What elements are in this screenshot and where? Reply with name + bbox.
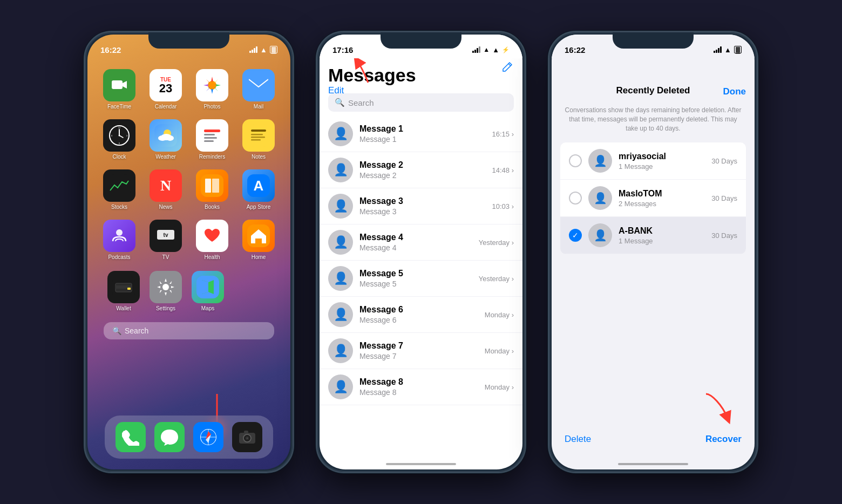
app-photos[interactable]: Photos	[194, 69, 230, 110]
wifi-icon: ▲	[260, 46, 267, 54]
notch-2	[386, 32, 456, 49]
app-appstore[interactable]: A App Store	[240, 169, 277, 210]
rd-sub-1: 1 Message	[619, 162, 705, 171]
status-icons-1: ▲ ▓	[249, 46, 277, 54]
rd-days-3: 30 Days	[711, 231, 737, 240]
messages-search-bar[interactable]: 🔍 Search	[328, 93, 514, 112]
select-circle-2[interactable]	[569, 192, 582, 205]
svg-rect-24	[251, 134, 263, 135]
app-reminders-label: Reminders	[199, 154, 225, 160]
app-home-label: Home	[252, 254, 266, 260]
svg-rect-23	[251, 130, 266, 132]
svg-rect-3	[249, 78, 268, 92]
dock-messages[interactable]	[154, 422, 185, 452]
message-row-3[interactable]: 👤 Message 3 Message 3 10:03 ›	[320, 188, 522, 224]
dock-phone[interactable]	[116, 422, 146, 452]
wifi-icon-3: ▲	[724, 46, 731, 54]
status-time-2: 17:16	[332, 45, 353, 55]
message-preview-1: Message 1	[359, 135, 486, 144]
app-podcasts-label: Podcasts	[108, 254, 130, 260]
app-reminders[interactable]: Reminders	[194, 119, 230, 160]
app-tv[interactable]: tv TV	[147, 220, 184, 260]
svg-rect-58	[244, 431, 248, 433]
message-row-7[interactable]: 👤 Message 7 Message 7 Monday ›	[320, 333, 522, 369]
svg-point-35	[116, 229, 123, 236]
rd-row-mriyasocial[interactable]: 👤 mriyasocial 1 Message 30 Days	[560, 142, 746, 180]
svg-point-16	[166, 135, 174, 141]
message-row-4[interactable]: 👤 Message 4 Message 4 Yesterday ›	[320, 224, 522, 261]
message-row-1[interactable]: 👤 Message 1 Message 1 16:15 ›	[320, 116, 522, 152]
select-circle-3-checked[interactable]: ✓	[569, 229, 582, 242]
dock-camera[interactable]	[232, 422, 262, 452]
search-icon-messages: 🔍	[335, 98, 345, 107]
svg-rect-31	[205, 179, 211, 193]
status-bar-2: 17:16 ▲ ▲ ⚡	[320, 35, 522, 58]
app-weather[interactable]: Weather	[147, 119, 184, 160]
battery-icon: ▓	[270, 46, 277, 53]
message-time-1: 16:15 ›	[492, 130, 514, 138]
app-clock[interactable]: 12 3 6 9 Clock	[101, 119, 138, 160]
edit-button[interactable]: Edit	[328, 85, 344, 96]
recover-button[interactable]: Recover	[705, 434, 742, 445]
message-row-8[interactable]: 👤 Message 8 Message 8 Monday ›	[320, 369, 522, 405]
app-facetime[interactable]: FaceTime	[101, 69, 138, 110]
app-settings[interactable]: Settings	[150, 271, 182, 311]
app-photos-label: Photos	[203, 104, 220, 110]
message-content-1: Message 1 Message 1	[359, 124, 486, 144]
delete-button[interactable]: Delete	[565, 434, 591, 445]
app-stocks[interactable]: Stocks	[101, 169, 138, 210]
dock-safari[interactable]	[193, 422, 223, 452]
app-health[interactable]: Health	[194, 220, 230, 260]
app-calendar[interactable]: TUE 23 Calendar	[147, 69, 184, 110]
app-home[interactable]: Home	[240, 220, 277, 260]
phone-2: 17:16 ▲ ▲ ⚡ Edit	[316, 31, 526, 473]
phone-2-inner: 17:16 ▲ ▲ ⚡ Edit	[320, 35, 522, 469]
rd-footer: Delete Recover	[552, 425, 755, 453]
app-notes[interactable]: Notes	[240, 119, 277, 160]
svg-line-7	[119, 135, 123, 138]
rd-sub-3: 1 Message	[619, 237, 705, 245]
svg-text:6: 6	[119, 142, 120, 145]
message-row-5[interactable]: 👤 Message 5 Message 5 Yesterday ›	[320, 261, 522, 297]
status-time-1: 16:22	[100, 45, 121, 55]
home-screen: 16:22 ▲ ▓	[87, 35, 290, 469]
avatar-abank: 👤	[588, 223, 612, 247]
avatar-1: 👤	[328, 121, 353, 146]
rd-row-maslotom[interactable]: 👤 MasloTOM 2 Messages 30 Days	[560, 180, 746, 217]
search-placeholder: Search	[348, 98, 374, 107]
app-mail-label: Mail	[254, 104, 263, 110]
app-books[interactable]: Books	[194, 169, 230, 210]
app-books-label: Books	[205, 204, 220, 210]
status-bar-1: 16:22 ▲ ▓	[87, 35, 290, 58]
app-calendar-label: Calendar	[155, 104, 177, 110]
svg-rect-18	[204, 130, 220, 132]
messages-screen: 17:16 ▲ ▲ ⚡ Edit	[320, 35, 522, 469]
app-mail[interactable]: Mail	[240, 69, 277, 110]
app-notes-label: Notes	[252, 154, 266, 160]
wifi-icon-2: ▲	[492, 46, 499, 54]
app-grid: FaceTime TUE 23 Calendar	[87, 58, 290, 271]
svg-rect-25	[251, 137, 265, 138]
status-icons-3: ▲ ▓	[714, 46, 742, 54]
message-row-6[interactable]: 👤 Message 6 Message 6 Monday ›	[320, 297, 522, 333]
status-bar-3: 16:22 ▲ ▓	[552, 35, 755, 58]
svg-marker-48	[202, 280, 208, 294]
app-clock-label: Clock	[112, 154, 126, 160]
message-row-2[interactable]: 👤 Message 2 Message 2 14:48 ›	[320, 152, 522, 188]
select-circle-1[interactable]	[569, 154, 582, 167]
rd-row-abank[interactable]: ✓ 👤 A-BANK 1 Message 30 Days	[560, 217, 746, 254]
signal-icon-2	[472, 46, 480, 53]
spotlight-search[interactable]: 🔍 Search	[104, 322, 274, 339]
svg-text:A: A	[254, 178, 264, 194]
rd-description: Conversations show the days remaining be…	[552, 101, 755, 137]
svg-rect-0	[112, 80, 123, 89]
app-podcasts[interactable]: Podcasts	[101, 220, 138, 260]
signal-icon-3	[714, 46, 722, 53]
messages-header: Edit	[320, 58, 522, 60]
app-news[interactable]: N News	[147, 169, 184, 210]
compose-button[interactable]	[501, 62, 514, 74]
rd-days-2: 30 Days	[711, 194, 737, 202]
done-button[interactable]: Done	[723, 86, 746, 97]
app-wallet[interactable]: Wallet	[107, 271, 140, 311]
app-maps[interactable]: Maps	[192, 271, 224, 311]
